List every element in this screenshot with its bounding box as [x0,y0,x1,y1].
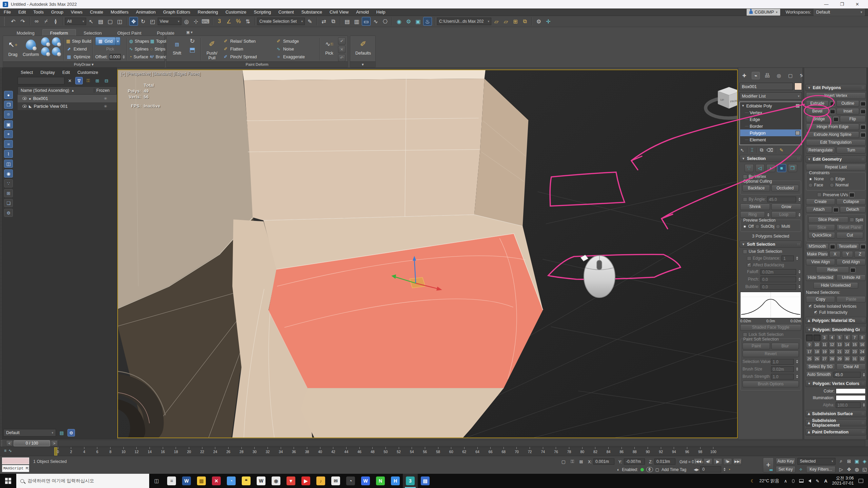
menu-item[interactable]: Content [275,9,298,15]
maximize-viewport-icon[interactable]: ◱ [861,465,868,473]
menu-item[interactable]: Create [86,9,107,15]
toggle-layer-explorer-icon[interactable]: ▥ [352,17,361,26]
explorer-filter-bones-icon[interactable]: ⌇ [4,150,13,158]
percent-snap-icon[interactable]: % [234,17,243,26]
smoothing-group-button[interactable] [806,334,813,341]
attach-settings-icon[interactable] [833,207,839,212]
orbit-icon[interactable]: ◍ [853,465,861,473]
explorer-filter-xrefs-icon[interactable]: ⊞ [4,189,13,197]
optimize-button[interactable]: ▩Optimize [66,53,91,61]
smoothing-group-button[interactable]: 15 [851,342,858,348]
rollout-soft-selection[interactable]: ▼ Soft Selection ∷ [739,241,802,248]
absolute-relative-coords-icon[interactable]: ⊠ [578,458,585,465]
paint-deform-pick-button[interactable]: Pick [322,51,337,56]
smoothing-group-button[interactable]: 23 [851,349,858,355]
maxscript-mini-listener[interactable]: MAXScript Mi [2,465,29,472]
collapse-tree-icon[interactable]: ⊟ [103,77,110,84]
smoothing-group-button[interactable]: 20 [829,349,835,355]
curve-editor-icon[interactable]: ∿ [371,17,380,26]
time-slider[interactable]: < 0 / 100 > [0,439,868,447]
zoom-extents-icon[interactable]: ▣ [853,457,861,465]
edge-distance-checkbox[interactable] [747,256,751,261]
rendered-frame-window-icon[interactable]: ▣ [414,17,422,26]
smoothing-group-button[interactable]: 27 [821,356,828,362]
push-pull-button[interactable]: Push/ Pull [203,51,221,60]
smoothing-group-button[interactable]: 9 [806,342,813,348]
smoothing-group-button[interactable]: 4 [829,334,835,341]
split-checkbox[interactable] [850,218,854,222]
smoothing-group-button[interactable]: 12 [829,342,835,348]
commit-paint-button[interactable]: ✔ [338,37,346,45]
loop-button[interactable]: Loop [771,211,796,218]
preserve-uvs-checkbox[interactable] [817,192,822,197]
key-filters-button[interactable]: Key Filters... [806,466,835,473]
volume-icon[interactable] [808,479,811,483]
frame-step-icon[interactable]: ◀▶ [694,468,699,471]
stack-onoff-icon[interactable] [795,104,800,108]
zoom-extents-all-icon[interactable]: ◈ [861,457,868,465]
make-planar-button[interactable]: Make Planar [806,251,828,258]
lock-soft-selection-checkbox[interactable] [743,332,747,337]
slice-button[interactable]: Slice [808,224,835,231]
bubble-field[interactable]: 0.0 [761,284,796,290]
occluded-culling-button[interactable]: Occluded [771,185,799,191]
perspective-viewport[interactable]: UP FRONT [+] [Perspective] [Standard] [E… [117,69,738,438]
ring-spinner[interactable] [766,212,770,218]
grow-button[interactable]: Grow [771,204,801,210]
cut-button[interactable]: Cut [836,232,863,239]
redo-icon[interactable]: ↷ [18,17,27,26]
keyboard-shortcut-override-icon[interactable]: ⌨ [201,17,210,26]
by-angle-field[interactable]: 45.0 [767,197,796,202]
brush-size-field[interactable]: 0.02m [771,366,794,372]
taskbar-app-kakao-map[interactable]: ▼ [283,474,298,488]
menu-item[interactable]: Scripting [250,9,275,15]
falloff-field[interactable]: 0.02m [761,269,796,275]
go-to-start-button[interactable]: |◀◀ [694,458,703,465]
drag-tool-button[interactable]: Drag [6,52,20,57]
modifier-stack-row[interactable]: ▼ Element [740,136,801,143]
stack-expand-icon[interactable]: ▼ [742,104,745,107]
edge-distance-field[interactable]: 1 [782,256,794,261]
preview-multi-radio[interactable] [776,224,780,229]
rollout-paint-deformation[interactable]: ▶ Paint Deformation ∷ [805,428,866,435]
scene-converter-icon[interactable]: ⚙ [534,17,543,26]
make-planar-z-button[interactable]: Z [854,251,866,258]
workspace-dropdown[interactable]: Default ▾ [814,9,865,16]
align-icon[interactable]: ⧉ [329,17,338,26]
zoom-icon[interactable]: ⌕ [837,457,845,465]
schematic-view-icon[interactable]: ⎔ [381,17,390,26]
outline-button[interactable]: Outline [836,100,859,107]
select-and-manipulate-icon[interactable]: ⊹ [192,17,200,26]
go-to-end-button[interactable]: ▶▶| [733,458,742,465]
auto-smooth-spinner[interactable] [862,372,866,378]
explorer-filter-groups-icon[interactable]: ❏ [4,199,13,207]
vertex-color-swatch[interactable] [836,388,866,394]
modifier-stack-row[interactable]: ▼ Polygon [740,129,801,136]
make-unique-icon[interactable]: ⧉ [760,147,763,153]
grid-align-button[interactable]: Grid Align [836,259,866,265]
use-pivot-center-icon[interactable]: ◎ [182,17,191,26]
zoom-all-icon[interactable]: ⊞ [845,457,853,465]
current-frame-field[interactable]: 0 [700,466,721,472]
explorer-menu-item[interactable]: Select [18,70,36,75]
grid-dropdown-arrow[interactable]: ▾ [116,37,120,45]
polydraw-pick-button[interactable]: Pick [95,45,125,53]
open-folder-icon[interactable]: ▱ [501,17,510,26]
taskbar-app-document-app[interactable]: ▤ [418,474,433,488]
rollout-edit-polygons[interactable]: ▼ Edit Polygons ∷ [805,84,866,91]
ring-button[interactable]: Ring [740,211,765,218]
shrink-button[interactable]: Shrink [740,204,770,210]
preview-off-radio[interactable] [743,224,747,229]
make-planar-x-button[interactable]: X [829,251,841,258]
maximize-button[interactable]: ❐ [840,2,844,7]
relax-button[interactable]: Relax [816,267,849,273]
smoothing-group-button[interactable]: 31 [851,356,858,362]
element-subobject-icon[interactable]: ❒ [788,164,797,172]
spinner-snap-icon[interactable]: ⇅ [243,17,252,26]
minimize-button[interactable]: — [824,2,828,7]
next-key-button[interactable]: ‖▶ [723,458,732,465]
edit-named-sets-icon[interactable]: ✎ [305,17,314,26]
angle-snap-icon[interactable]: ∠ [224,17,233,26]
hidden-icons-chevron[interactable]: ∧ [784,479,787,484]
frozen-toggle-icon[interactable]: ✳ [94,104,117,109]
